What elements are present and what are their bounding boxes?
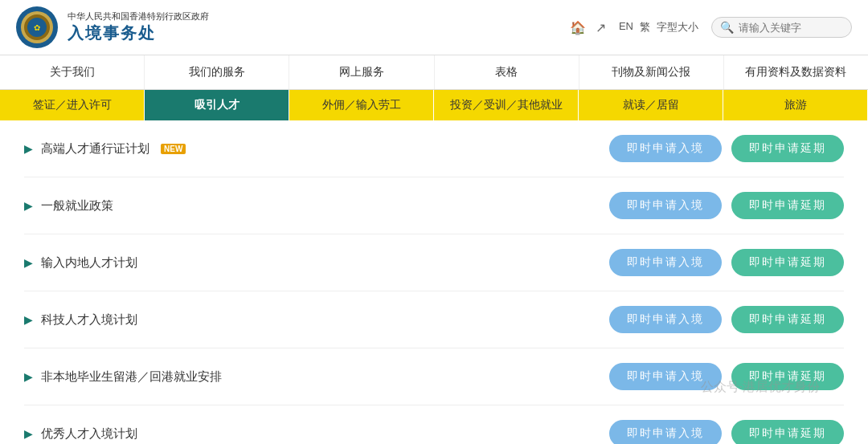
dept-name: 入境事务处 bbox=[68, 22, 209, 44]
logo-icon: ✿ bbox=[16, 6, 58, 48]
lang-switcher: EN 繁 字型大小 bbox=[619, 20, 698, 35]
list-item-right-0: 即时申请入境 即时申请延期 bbox=[609, 135, 844, 162]
list-item-right-3: 即时申请入境 即时申请延期 bbox=[609, 306, 844, 333]
lang-tc[interactable]: 繁 bbox=[640, 20, 650, 35]
header-left: ✿ 中华人民共和国香港特别行政区政府 入境事务处 bbox=[16, 6, 209, 48]
nav-item-forms[interactable]: 表格 bbox=[435, 55, 579, 89]
btn-extend-0[interactable]: 即时申请延期 bbox=[731, 135, 844, 162]
btn-enter-4[interactable]: 即时申请入境 bbox=[609, 363, 722, 390]
arrow-icon-1: ▶ bbox=[24, 199, 33, 212]
content-area: ▶ 高端人才通行证计划 NEW 即时申请入境 即时申请延期 ▶ 一般就业政策 即… bbox=[0, 120, 868, 444]
btn-extend-1[interactable]: 即时申请延期 bbox=[731, 192, 844, 219]
list-item: ▶ 优秀人才入境计划 即时申请入境 即时申请延期 bbox=[24, 405, 844, 444]
new-badge-0: NEW bbox=[161, 144, 186, 154]
nav-item-resources[interactable]: 有用资料及数据资料 bbox=[724, 55, 868, 89]
arrow-icon-2: ▶ bbox=[24, 256, 33, 269]
list-item-title-1[interactable]: 一般就业政策 bbox=[41, 198, 113, 214]
gov-title: 中华人民共和国香港特别行政区政府 bbox=[68, 10, 209, 22]
search-icon: 🔍 bbox=[720, 21, 734, 34]
list-item-right-1: 即时申请入境 即时申请延期 bbox=[609, 192, 844, 219]
search-input[interactable] bbox=[739, 22, 843, 34]
arrow-icon-3: ▶ bbox=[24, 313, 33, 326]
list-item-left-4: ▶ 非本地毕业生留港／回港就业安排 bbox=[24, 369, 222, 385]
arrow-icon-5: ▶ bbox=[24, 427, 33, 440]
subnav-investment[interactable]: 投资／受训／其他就业 bbox=[434, 90, 579, 120]
list-item-left-5: ▶ 优秀人才入境计划 bbox=[24, 426, 137, 442]
header: ✿ 中华人民共和国香港特别行政区政府 入境事务处 🏠 ↗ EN 繁 字型大小 🔍 bbox=[0, 0, 868, 55]
btn-extend-4[interactable]: 即时申请延期 bbox=[731, 363, 844, 390]
search-box: 🔍 bbox=[711, 17, 852, 38]
subnav-study[interactable]: 就读／居留 bbox=[579, 90, 723, 120]
list-item-right-2: 即时申请入境 即时申请延期 bbox=[609, 249, 844, 276]
list-item: ▶ 输入内地人才计划 即时申请入境 即时申请延期 bbox=[24, 234, 844, 291]
list-item-left-2: ▶ 输入内地人才计划 bbox=[24, 255, 137, 271]
list-item-left-0: ▶ 高端人才通行证计划 NEW bbox=[24, 141, 186, 157]
lang-en[interactable]: EN bbox=[619, 20, 633, 35]
btn-enter-5[interactable]: 即时申请入境 bbox=[609, 420, 722, 444]
list-item-title-5[interactable]: 优秀人才入境计划 bbox=[41, 426, 137, 442]
list-item-title-0[interactable]: 高端人才通行证计划 bbox=[41, 141, 149, 157]
subnav-talent[interactable]: 吸引人才 bbox=[145, 90, 289, 120]
nav-item-about[interactable]: 关于我们 bbox=[0, 55, 145, 89]
btn-extend-5[interactable]: 即时申请延期 bbox=[731, 420, 844, 444]
list-item-title-4[interactable]: 非本地毕业生留港／回港就业安排 bbox=[41, 369, 222, 385]
nav-item-online[interactable]: 网上服务 bbox=[289, 55, 434, 89]
btn-extend-2[interactable]: 即时申请延期 bbox=[731, 249, 844, 276]
share-icon[interactable]: ↗ bbox=[596, 20, 606, 35]
list-item-left-3: ▶ 科技人才入境计划 bbox=[24, 312, 137, 328]
list-item-right-4: 即时申请入境 即时申请延期 bbox=[609, 363, 844, 390]
nav-item-publications[interactable]: 刊物及新闻公报 bbox=[579, 55, 724, 89]
btn-enter-2[interactable]: 即时申请入境 bbox=[609, 249, 722, 276]
list-item-title-3[interactable]: 科技人才入境计划 bbox=[41, 312, 137, 328]
arrow-icon-0: ▶ bbox=[24, 142, 33, 155]
btn-enter-3[interactable]: 即时申请入境 bbox=[609, 306, 722, 333]
subnav-visa[interactable]: 签证／进入许可 bbox=[0, 90, 145, 120]
home-icon[interactable]: 🏠 bbox=[570, 20, 586, 35]
list-item: ▶ 非本地毕业生留港／回港就业安排 即时申请入境 即时申请延期 bbox=[24, 348, 844, 405]
list-item-left-1: ▶ 一般就业政策 bbox=[24, 198, 113, 214]
header-right: 🏠 ↗ EN 繁 字型大小 🔍 bbox=[570, 17, 852, 38]
list-item: ▶ 科技人才入境计划 即时申请入境 即时申请延期 bbox=[24, 291, 844, 348]
arrow-icon-4: ▶ bbox=[24, 370, 33, 383]
logo-text: 中华人民共和国香港特别行政区政府 入境事务处 bbox=[68, 10, 209, 44]
btn-extend-3[interactable]: 即时申请延期 bbox=[731, 306, 844, 333]
main-nav: 关于我们 我们的服务 网上服务 表格 刊物及新闻公报 有用资料及数据资料 bbox=[0, 55, 868, 90]
subnav-travel[interactable]: 旅游 bbox=[723, 90, 868, 120]
header-icons: 🏠 ↗ bbox=[570, 20, 606, 35]
list-item: ▶ 高端人才通行证计划 NEW 即时申请入境 即时申请延期 bbox=[24, 120, 844, 177]
nav-item-services[interactable]: 我们的服务 bbox=[145, 55, 289, 89]
list-item-right-5: 即时申请入境 即时申请延期 bbox=[609, 420, 844, 444]
svg-text:✿: ✿ bbox=[34, 23, 40, 32]
subnav-helper[interactable]: 外佣／输入劳工 bbox=[289, 90, 434, 120]
sub-nav: 签证／进入许可 吸引人才 外佣／输入劳工 投资／受训／其他就业 就读／居留 旅游 bbox=[0, 90, 868, 120]
list-item: ▶ 一般就业政策 即时申请入境 即时申请延期 bbox=[24, 177, 844, 234]
list-item-title-2[interactable]: 输入内地人才计划 bbox=[41, 255, 137, 271]
font-size-link[interactable]: 字型大小 bbox=[657, 20, 698, 35]
btn-enter-0[interactable]: 即时申请入境 bbox=[609, 135, 722, 162]
btn-enter-1[interactable]: 即时申请入境 bbox=[609, 192, 722, 219]
